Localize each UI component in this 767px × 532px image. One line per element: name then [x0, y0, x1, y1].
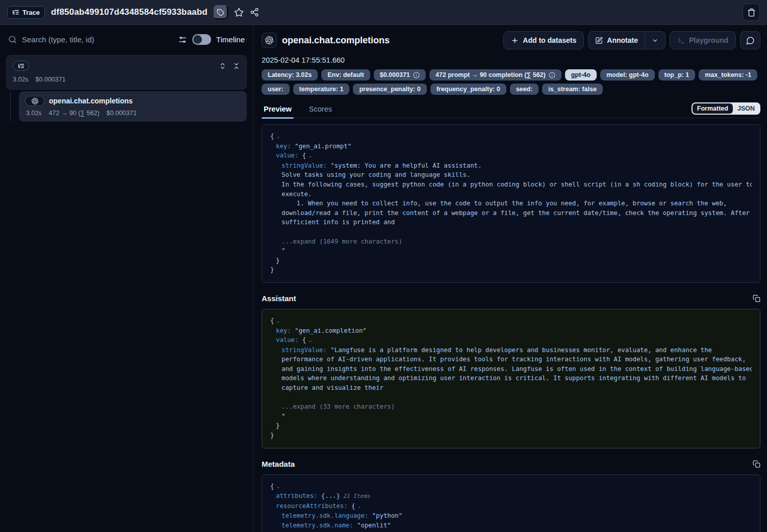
code-segment: }: [270, 432, 274, 439]
collapse-chevron-icon[interactable]: ⌄: [274, 317, 280, 324]
info-icon: [413, 72, 420, 78]
copy-button[interactable]: [753, 295, 760, 302]
collapse-chevron-icon[interactable]: ⌄: [274, 483, 280, 490]
expand-all-icon[interactable]: [219, 62, 226, 70]
code-segment: 1. When you need to collect info, use th…: [282, 200, 727, 207]
code-line: }: [270, 265, 752, 275]
tag-button[interactable]: [214, 5, 228, 19]
copy-button[interactable]: [753, 460, 760, 468]
search-icon: [8, 35, 17, 44]
cost-badge[interactable]: $0.000371: [374, 69, 426, 81]
collapse-chevron-icon[interactable]: ⌄: [306, 337, 313, 343]
search-input[interactable]: [22, 35, 173, 44]
format-toggle-json[interactable]: JSON: [733, 103, 759, 114]
code-segment: stringValue:: [282, 347, 330, 354]
code-segment: execute.: [282, 191, 312, 198]
observation-detail-panel: openai.chat.completions Add to datasets …: [253, 25, 767, 532]
code-segment: }: [270, 266, 274, 273]
badges-row-2: user: temperature: 1 presence_penalty: 0…: [262, 84, 760, 95]
code-segment: performance of AI-driven applications. I…: [282, 356, 746, 363]
annotate-dropdown-button[interactable]: [645, 32, 665, 49]
tab-preview[interactable]: Preview: [262, 102, 294, 118]
metadata-section-header: Metadata: [262, 460, 760, 468]
code-segment: stringValue:: [282, 162, 330, 169]
terminal-icon: [677, 37, 685, 44]
expand-link[interactable]: ...expand (33 more characters): [282, 403, 395, 410]
code-line: performance of AI-driven applications. I…: [270, 355, 752, 364]
code-line: Solve tasks using your coding and langua…: [270, 170, 752, 180]
star-icon: [234, 8, 244, 17]
trace-id: df850ab499107d4348584cf5933baabd: [51, 7, 208, 17]
expand-link[interactable]: ...expand (1649 more characters): [282, 238, 402, 245]
latency-badge: Latency: 3.02s: [262, 69, 318, 81]
collapse-chevron-icon[interactable]: ⌄: [306, 152, 313, 159]
prompt-json-block: { ⌄key: "gen_ai.prompt"value: { ⌄stringV…: [262, 124, 760, 283]
top-bar: Trace df850ab499107d4348584cf5933baabd: [0, 0, 767, 25]
toggle-knob: [193, 35, 202, 44]
max-tokens-badge: max_tokens: -1: [699, 69, 757, 81]
code-line: 1. When you need to collect info, use th…: [270, 199, 752, 208]
trace-label: Trace: [22, 9, 40, 16]
delete-trace-button[interactable]: [743, 4, 760, 21]
code-segment: key:: [276, 143, 295, 150]
trace-root-item[interactable]: 3.02s $0.000371: [6, 55, 247, 90]
playground-button[interactable]: Playground: [670, 31, 736, 49]
code-line: download/read a file, print the content …: [270, 208, 752, 218]
metadata-section-title: Metadata: [262, 460, 295, 468]
badges-row-1: Latency: 3.02s Env: default $0.000371 47…: [262, 69, 760, 81]
add-to-datasets-button[interactable]: Add to datasets: [503, 31, 584, 49]
share-icon: [250, 8, 259, 17]
expand-object-link[interactable]: {...}: [321, 492, 340, 499]
timeline-label: Timeline: [216, 35, 245, 44]
code-line: In the following cases, suggest python c…: [270, 180, 752, 190]
model-link-badge[interactable]: gpt-4o: [565, 69, 597, 81]
token-usage-badge[interactable]: 472 prompt → 90 completion (∑ 562): [429, 69, 561, 81]
code-line: models where understanding and optimizin…: [270, 374, 752, 383]
code-line: execute.: [270, 190, 752, 199]
page-title: openai.chat.completions: [282, 35, 390, 46]
code-line: attributes: {...} 21 Items: [270, 491, 752, 501]
format-toggle: Formatted JSON: [692, 102, 760, 115]
comments-button[interactable]: [740, 31, 760, 49]
code-line: resourceAttributes: { ⌄: [270, 501, 752, 512]
code-line: ...expand (33 more characters): [270, 402, 752, 412]
code-line: }: [270, 431, 752, 440]
code-line: { ⌄: [270, 482, 752, 492]
observation-row-selected[interactable]: openai.chat.completions 3.02s 472 → 90 (…: [19, 91, 247, 122]
chat-bubble-icon: [746, 36, 755, 45]
frequency-penalty-badge: frequency_penalty: 0: [430, 84, 506, 95]
seed-badge: seed:: [510, 84, 539, 95]
collapse-chevron-icon[interactable]: ⌄: [274, 133, 280, 140]
star-button[interactable]: [234, 8, 244, 17]
trace-tree-sidebar: Timeline 3.02s $0.000371: [0, 25, 253, 532]
format-toggle-formatted[interactable]: Formatted: [693, 103, 733, 114]
code-line: ...expand (1649 more characters): [270, 237, 752, 247]
code-line: ": [270, 246, 752, 256]
code-segment: Solve tasks using your coding and langua…: [282, 171, 470, 178]
observation-title: openai.chat.completions: [49, 97, 133, 105]
code-line: telemetry.sdk.version: "1.29.0": [270, 530, 752, 532]
collapse-chevron-icon[interactable]: ⌄: [355, 503, 362, 510]
code-line: stringValue: "system: You are a helpful …: [270, 161, 752, 171]
code-line: [270, 393, 752, 403]
code-segment: "gen_ai.prompt": [295, 143, 351, 150]
tab-scores[interactable]: Scores: [307, 102, 334, 118]
tree-icon: [12, 9, 19, 16]
trace-cost: $0.000371: [36, 76, 66, 83]
code-segment: "Langfuse is a platform designed to help…: [330, 347, 712, 354]
observation-cost: $0.000371: [107, 110, 137, 117]
code-line: }: [270, 256, 752, 265]
code-segment: "python": [372, 512, 402, 519]
annotate-label: Annotate: [607, 36, 638, 44]
trace-children: openai.chat.completions 3.02s 472 → 90 (…: [10, 91, 247, 122]
code-segment: "openlit": [357, 522, 391, 529]
share-button[interactable]: [250, 8, 259, 17]
annotate-button[interactable]: Annotate: [589, 32, 645, 49]
filter-settings-icon[interactable]: [178, 35, 187, 44]
collapse-all-icon[interactable]: [233, 62, 240, 70]
timeline-toggle[interactable]: [192, 34, 211, 45]
is-stream-badge: is_stream: false: [542, 84, 603, 95]
code-segment: download/read a file, print the content …: [282, 209, 750, 217]
plus-icon: [511, 37, 519, 44]
code-segment: telemetry.sdk.language:: [282, 512, 372, 519]
